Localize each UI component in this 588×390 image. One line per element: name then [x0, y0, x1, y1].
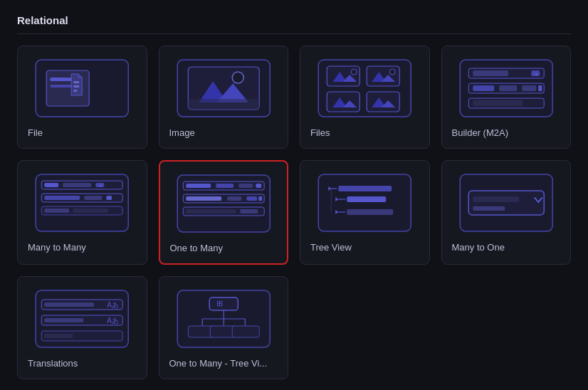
file-icon: [28, 56, 137, 120]
many-to-many-label: Many to Many: [28, 242, 86, 253]
svg-rect-25: [367, 92, 399, 112]
svg-rect-34: [499, 85, 517, 91]
svg-rect-22: [327, 92, 359, 112]
svg-rect-71: [347, 209, 393, 215]
svg-rect-36: [538, 85, 542, 91]
card-one-to-many-tree[interactable]: ⊞ One to Many - Tree Vi...: [159, 276, 289, 379]
builder-m2a-label: Builder (M2A): [452, 127, 508, 138]
tree-view-icon: [310, 171, 419, 235]
section-title: Relational: [17, 14, 571, 34]
builder-m2a-icon: [452, 56, 561, 120]
svg-rect-12: [188, 99, 259, 110]
card-many-to-one[interactable]: Many to One: [441, 160, 572, 265]
svg-rect-58: [186, 196, 221, 201]
svg-rect-45: [44, 196, 80, 200]
svg-rect-50: [73, 209, 108, 213]
svg-rect-67: [338, 186, 392, 191]
many-to-one-label: Many to One: [452, 242, 505, 253]
svg-rect-76: [473, 206, 505, 211]
svg-rect-85: [44, 334, 73, 338]
image-label: Image: [169, 127, 195, 138]
svg-rect-63: [186, 209, 236, 214]
one-to-many-tree-icon: ⊞: [169, 287, 278, 351]
svg-rect-65: [318, 174, 411, 231]
file-label: File: [28, 127, 43, 138]
tree-view-label: Tree View: [310, 242, 352, 253]
svg-rect-79: [44, 302, 94, 307]
svg-rect-46: [84, 196, 102, 200]
svg-rect-55: [238, 184, 253, 188]
svg-rect-75: [473, 196, 519, 202]
files-label: Files: [310, 127, 330, 138]
svg-rect-5: [73, 85, 79, 88]
svg-rect-82: [44, 318, 83, 322]
svg-rect-53: [186, 184, 211, 188]
svg-rect-35: [522, 85, 536, 91]
card-many-to-many[interactable]: Many to Many: [17, 160, 147, 265]
card-builder-m2a[interactable]: Builder (M2A): [441, 46, 572, 149]
card-file[interactable]: File: [17, 46, 147, 149]
svg-rect-18: [367, 66, 399, 86]
card-one-to-many[interactable]: One to Many: [159, 160, 289, 265]
svg-rect-74: [468, 191, 544, 215]
svg-text:Aあ: Aあ: [107, 301, 119, 309]
svg-point-21: [389, 69, 395, 75]
svg-rect-59: [227, 196, 241, 201]
svg-rect-87: [209, 297, 238, 310]
one-to-many-icon: [170, 172, 278, 236]
translations-icon: Aあ Aあ: [28, 287, 137, 351]
many-to-many-icon: [28, 171, 137, 235]
svg-rect-64: [240, 209, 258, 214]
svg-rect-33: [473, 85, 494, 91]
card-tree-view[interactable]: Tree View: [300, 160, 430, 265]
svg-rect-54: [216, 184, 233, 188]
image-icon: [169, 56, 278, 120]
svg-rect-49: [44, 209, 69, 213]
svg-rect-1: [46, 70, 89, 106]
one-to-many-tree-label: One to Many - Tree Vi...: [169, 358, 268, 369]
svg-point-11: [232, 72, 243, 83]
svg-text:⊞: ⊞: [216, 299, 223, 307]
svg-text:Aあ: Aあ: [107, 317, 119, 325]
svg-rect-30: [473, 70, 508, 76]
svg-rect-4: [73, 81, 79, 83]
card-translations[interactable]: Aあ Aあ Translations: [17, 276, 147, 379]
svg-rect-60: [246, 196, 257, 201]
card-image[interactable]: Image: [159, 46, 289, 149]
translations-label: Translations: [28, 358, 78, 369]
svg-rect-41: [44, 183, 58, 187]
svg-rect-61: [258, 196, 262, 201]
one-to-many-label: One to Many: [170, 243, 223, 253]
card-grid: File Image: [17, 46, 571, 379]
svg-rect-6: [73, 90, 77, 92]
svg-rect-96: [232, 326, 259, 337]
svg-rect-38: [473, 100, 523, 106]
page: Relational File: [0, 0, 588, 390]
svg-rect-56: [256, 184, 261, 188]
files-icon: [310, 56, 419, 120]
card-files[interactable]: Files: [300, 46, 430, 149]
many-to-one-icon: [452, 171, 561, 235]
svg-rect-47: [106, 196, 112, 200]
svg-rect-42: [63, 183, 91, 187]
svg-rect-69: [347, 196, 386, 202]
svg-point-17: [351, 69, 357, 75]
